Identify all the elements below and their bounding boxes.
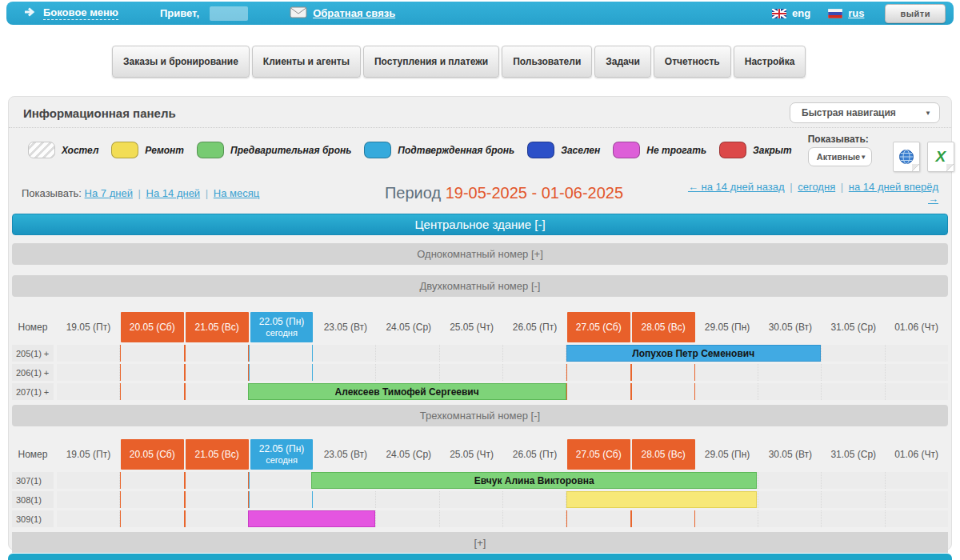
day-cell[interactable]	[822, 472, 885, 489]
day-cell[interactable]	[566, 510, 630, 527]
day-cell[interactable]	[249, 364, 313, 381]
tab-users[interactable]: Пользователи	[502, 46, 592, 78]
day-cell[interactable]	[120, 383, 184, 400]
building-section-header[interactable]: Центральное здание [-]	[12, 214, 948, 235]
lang-eng[interactable]: eng	[772, 7, 810, 19]
day-cell[interactable]	[695, 383, 758, 400]
day-cell[interactable]	[822, 491, 885, 508]
day-cell[interactable]	[120, 491, 184, 508]
day-cell[interactable]	[185, 383, 249, 400]
tab-settings[interactable]: Настройка	[734, 46, 806, 78]
day-cell[interactable]	[57, 345, 120, 362]
today-link[interactable]: сегодня	[798, 181, 835, 193]
day-cell[interactable]	[758, 364, 822, 381]
quick-nav-select[interactable]: Быстрая навигация ▼	[790, 102, 940, 123]
day-cell[interactable]	[57, 491, 120, 508]
day-cell[interactable]	[822, 510, 885, 527]
tab-orders-booking[interactable]: Заказы и бронирование	[112, 46, 250, 78]
day-cell[interactable]	[886, 383, 948, 400]
two-room-section-header[interactable]: Двухкомнатный номер [-]	[12, 275, 948, 297]
booking-bar[interactable]	[248, 510, 375, 527]
tab-tasks[interactable]: Задачи	[594, 46, 651, 78]
one-room-section-header[interactable]: Однокомнатный номер [+]	[12, 243, 948, 265]
booking-bar[interactable]	[566, 491, 758, 508]
room-label[interactable]: 207(1) +	[12, 383, 54, 400]
day-cell[interactable]	[695, 364, 758, 381]
room-label[interactable]: 205(1) +	[12, 345, 54, 362]
day-cell[interactable]	[886, 510, 948, 527]
day-cell[interactable]	[503, 491, 566, 508]
day-cell[interactable]	[313, 345, 376, 362]
day-cell[interactable]	[120, 364, 184, 381]
tab-clients-agents[interactable]: Клиенты и агенты	[252, 46, 361, 78]
day-cell[interactable]	[313, 364, 376, 381]
day-cell[interactable]	[376, 510, 439, 527]
day-cell[interactable]	[185, 472, 249, 489]
day-cell[interactable]	[440, 345, 503, 362]
day-cell[interactable]	[695, 510, 758, 527]
day-cell[interactable]	[886, 345, 948, 362]
day-cell[interactable]	[376, 491, 439, 508]
day-cell[interactable]	[57, 364, 120, 381]
feedback-link[interactable]: Обратная связь	[290, 6, 395, 21]
day-cell[interactable]	[440, 364, 503, 381]
day-cell[interactable]	[758, 510, 822, 527]
day-cell[interactable]	[886, 491, 948, 508]
excel-export-icon[interactable]: X	[927, 142, 954, 172]
day-cell[interactable]	[822, 364, 885, 381]
range-month-link[interactable]: На месяц	[214, 187, 259, 199]
lang-rus[interactable]: rus	[828, 7, 864, 19]
collapsed-section-header[interactable]: [+]	[12, 532, 948, 553]
day-cell[interactable]	[758, 383, 822, 400]
day-cell[interactable]	[566, 364, 630, 381]
day-cell[interactable]	[185, 491, 249, 508]
day-cell[interactable]	[376, 345, 439, 362]
day-cell[interactable]	[376, 364, 439, 381]
tab-reports[interactable]: Отчетность	[654, 46, 731, 78]
day-cell[interactable]	[185, 345, 249, 362]
day-cell[interactable]	[886, 472, 948, 489]
day-cell[interactable]	[822, 383, 885, 400]
day-cell[interactable]	[503, 510, 566, 527]
side-menu-link[interactable]: Боковое меню	[24, 6, 118, 20]
day-cell[interactable]	[249, 491, 313, 508]
logout-button[interactable]: выйти	[885, 4, 946, 23]
day-cell[interactable]	[313, 491, 376, 508]
day-cell[interactable]	[758, 491, 822, 508]
room-label[interactable]: 309(1)	[12, 510, 54, 527]
day-cell[interactable]	[503, 364, 566, 381]
room-label[interactable]: 307(1)	[12, 472, 54, 489]
booking-bar[interactable]: Лопухов Петр Семенович	[566, 345, 821, 362]
day-cell[interactable]	[631, 364, 695, 381]
booking-bar[interactable]: Евчук Алина Викторовна	[311, 472, 757, 489]
forward-14-days-link[interactable]: на 14 дней вперёд →	[849, 181, 938, 205]
day-cell[interactable]	[57, 472, 120, 489]
day-cell[interactable]	[566, 383, 630, 400]
day-cell[interactable]	[249, 345, 313, 362]
three-room-section-header[interactable]: Трехкомнатный номер [-]	[12, 405, 948, 426]
tab-receipts-payments[interactable]: Поступления и платежи	[363, 46, 499, 78]
day-cell[interactable]	[57, 383, 120, 400]
day-cell[interactable]	[886, 364, 948, 381]
day-cell[interactable]	[822, 345, 885, 362]
day-cell[interactable]	[185, 364, 249, 381]
day-cell[interactable]	[120, 345, 184, 362]
day-cell[interactable]	[120, 472, 184, 489]
day-cell[interactable]	[249, 472, 313, 489]
room-label[interactable]: 308(1)	[12, 491, 54, 508]
room-label[interactable]: 206(1) +	[12, 364, 54, 381]
day-cell[interactable]	[503, 345, 566, 362]
booking-bar[interactable]: Алексеев Тимофей Сергеевич	[248, 383, 566, 400]
day-cell[interactable]	[631, 510, 695, 527]
day-cell[interactable]	[440, 491, 503, 508]
day-cell[interactable]	[185, 510, 249, 527]
range-14-days-link[interactable]: На 14 дней	[146, 187, 201, 199]
range-7-days-link[interactable]: На 7 дней	[85, 187, 133, 199]
day-cell[interactable]	[57, 510, 120, 527]
day-cell[interactable]	[631, 383, 695, 400]
day-cell[interactable]	[120, 510, 184, 527]
web-export-icon[interactable]	[893, 142, 920, 172]
back-14-days-link[interactable]: ← на 14 дней назад	[688, 181, 785, 193]
day-cell[interactable]	[440, 510, 503, 527]
show-filter-select[interactable]: Активные ▼	[808, 147, 872, 166]
